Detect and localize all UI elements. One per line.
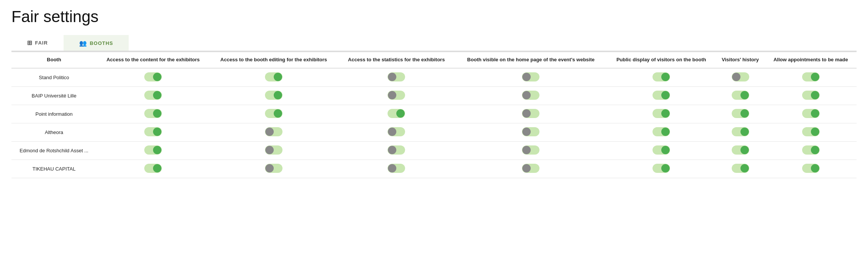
toggle-cell-2-4 — [607, 105, 716, 123]
toggle-cell-5-6 — [765, 160, 857, 178]
toggle-3-5[interactable] — [732, 127, 749, 136]
toggle-4-5[interactable] — [732, 145, 749, 155]
toggle-cell-0-2 — [338, 68, 455, 87]
toggle-knob — [661, 146, 670, 154]
toggle-cell-0-5 — [716, 68, 765, 87]
toggle-cell-4-3 — [455, 141, 607, 160]
toggle-0-6[interactable] — [802, 72, 820, 81]
toggle-3-0[interactable] — [144, 127, 162, 136]
toggle-3-1[interactable] — [265, 127, 282, 136]
tab-fair[interactable]: ⊞ FAIR — [11, 35, 64, 51]
toggle-1-2[interactable] — [388, 91, 405, 100]
toggle-knob — [388, 146, 396, 154]
toggle-5-5[interactable] — [732, 164, 749, 173]
toggle-4-4[interactable] — [653, 145, 670, 155]
toggle-cell-3-4 — [607, 123, 716, 141]
toggle-knob — [522, 109, 531, 118]
toggle-knob — [740, 109, 749, 118]
toggle-5-2[interactable] — [388, 164, 405, 173]
toggle-4-6[interactable] — [802, 145, 820, 155]
toggle-2-4[interactable] — [653, 109, 670, 118]
tab-bar: ⊞ FAIR 👥 BOOTHS — [11, 35, 857, 51]
table-row: BAIP Université Lille — [11, 86, 857, 105]
toggle-knob — [522, 128, 531, 136]
booth-name: Altheora — [11, 123, 97, 141]
toggle-3-2[interactable] — [388, 127, 405, 136]
col-booth-editing: Access to the booth editing for the exhi… — [209, 52, 338, 68]
settings-table: Booth Access to the content for the exhi… — [11, 51, 857, 178]
toggle-cell-4-6 — [765, 141, 857, 160]
toggle-cell-1-2 — [338, 86, 455, 105]
toggle-1-1[interactable] — [265, 91, 282, 100]
toggle-cell-2-5 — [716, 105, 765, 123]
toggle-0-3[interactable] — [522, 72, 539, 81]
toggle-knob — [274, 73, 282, 81]
toggle-2-0[interactable] — [144, 109, 162, 118]
booth-name: TIKEHAU CAPITAL — [11, 160, 97, 178]
toggle-knob — [274, 109, 282, 118]
toggle-2-6[interactable] — [802, 109, 820, 118]
table-row: Edmond de Rotshchild Asset ... — [11, 141, 857, 160]
toggle-2-2[interactable] — [388, 109, 405, 118]
toggle-2-1[interactable] — [265, 109, 282, 118]
toggle-knob — [811, 128, 819, 136]
toggle-knob — [661, 128, 670, 136]
toggle-knob — [265, 164, 274, 172]
toggle-5-0[interactable] — [144, 164, 162, 173]
toggle-1-0[interactable] — [144, 91, 162, 100]
toggle-cell-3-3 — [455, 123, 607, 141]
toggle-cell-3-2 — [338, 123, 455, 141]
toggle-4-1[interactable] — [265, 145, 282, 155]
tab-booths[interactable]: 👥 BOOTHS — [64, 35, 129, 51]
tab-fair-label: FAIR — [35, 40, 48, 46]
booth-name: Point information — [11, 105, 97, 123]
toggle-5-1[interactable] — [265, 164, 282, 173]
toggle-cell-1-3 — [455, 86, 607, 105]
toggle-cell-0-6 — [765, 68, 857, 87]
col-home-visible: Booth visible on the home page of the ev… — [455, 52, 607, 68]
toggle-2-3[interactable] — [522, 109, 539, 118]
toggle-cell-5-1 — [209, 160, 338, 178]
col-statistics: Access to the statistics for the exhibit… — [338, 52, 455, 68]
toggle-cell-2-3 — [455, 105, 607, 123]
toggle-5-3[interactable] — [522, 164, 539, 173]
toggle-1-4[interactable] — [653, 91, 670, 100]
toggle-1-6[interactable] — [802, 91, 820, 100]
toggle-0-2[interactable] — [388, 72, 405, 81]
toggle-knob — [661, 109, 670, 118]
toggle-5-4[interactable] — [653, 164, 670, 173]
toggle-1-3[interactable] — [522, 91, 539, 100]
toggle-knob — [811, 164, 819, 172]
toggle-0-1[interactable] — [265, 72, 282, 81]
toggle-knob — [153, 91, 161, 99]
toggle-cell-0-1 — [209, 68, 338, 87]
toggle-5-6[interactable] — [802, 164, 820, 173]
toggle-knob — [811, 91, 819, 99]
toggle-knob — [661, 164, 670, 172]
toggle-knob — [811, 73, 819, 81]
toggle-0-4[interactable] — [653, 72, 670, 81]
toggle-cell-5-2 — [338, 160, 455, 178]
booth-name: Stand Politico — [11, 68, 97, 87]
toggle-3-6[interactable] — [802, 127, 820, 136]
toggle-knob — [388, 91, 396, 99]
toggle-cell-0-3 — [455, 68, 607, 87]
toggle-cell-3-1 — [209, 123, 338, 141]
toggle-cell-1-4 — [607, 86, 716, 105]
toggle-0-5[interactable] — [732, 72, 749, 81]
toggle-cell-1-5 — [716, 86, 765, 105]
toggle-4-3[interactable] — [522, 145, 539, 155]
col-appointments: Allow appointments to be made — [765, 52, 857, 68]
toggle-knob — [274, 91, 282, 99]
toggle-4-0[interactable] — [144, 145, 162, 155]
toggle-1-5[interactable] — [732, 91, 749, 100]
toggle-2-5[interactable] — [732, 109, 749, 118]
toggle-cell-5-5 — [716, 160, 765, 178]
toggle-4-2[interactable] — [388, 145, 405, 155]
toggle-0-0[interactable] — [144, 72, 162, 81]
toggle-3-3[interactable] — [522, 127, 539, 136]
toggle-cell-1-1 — [209, 86, 338, 105]
toggle-3-4[interactable] — [653, 127, 670, 136]
toggle-knob — [740, 146, 749, 154]
toggle-cell-4-0 — [97, 141, 210, 160]
